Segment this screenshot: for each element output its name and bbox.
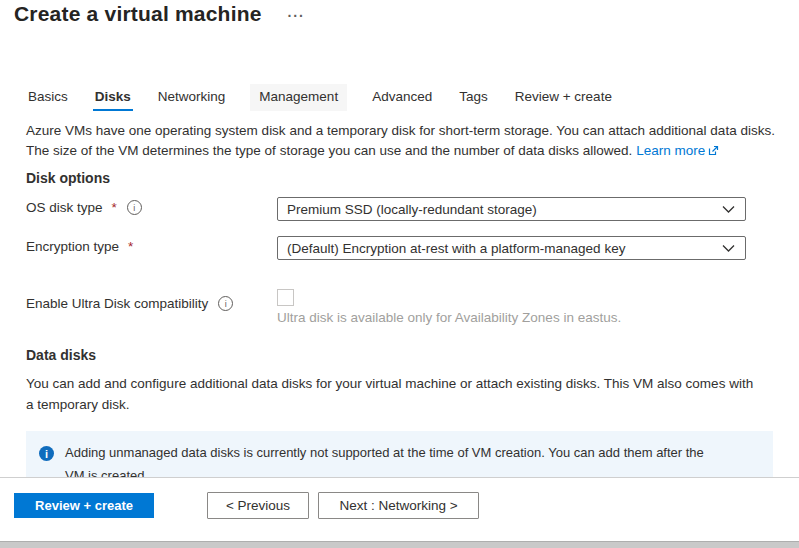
tab-bar: BasicsDisksNetworkingManagementAdvancedT… bbox=[26, 84, 614, 111]
external-link-icon bbox=[708, 142, 719, 162]
ultra-disk-helper-text: Ultra disk is available only for Availab… bbox=[277, 310, 621, 325]
intro-text: Azure VMs have one operating system disk… bbox=[26, 121, 778, 163]
os-disk-type-dropdown[interactable]: Premium SSD (locally-redundant storage) bbox=[277, 197, 746, 221]
create-vm-page: Create a virtual machine ··· BasicsDisks… bbox=[0, 0, 799, 548]
footer-bar: Review + create < Previous Next : Networ… bbox=[0, 478, 799, 541]
next-networking-button[interactable]: Next : Networking > bbox=[318, 492, 479, 519]
encryption-type-dropdown[interactable]: (Default) Encryption at-rest with a plat… bbox=[277, 236, 746, 260]
tab-management[interactable]: Management bbox=[250, 84, 347, 111]
page-header: Create a virtual machine ··· bbox=[14, 2, 305, 26]
page-title: Create a virtual machine bbox=[14, 2, 262, 26]
required-marker: * bbox=[128, 239, 133, 254]
encryption-type-label: Encryption type* bbox=[26, 239, 133, 254]
chevron-down-icon bbox=[722, 205, 735, 214]
ultra-disk-checkbox[interactable] bbox=[277, 289, 294, 306]
encryption-type-value: (Default) Encryption at-rest with a plat… bbox=[287, 241, 625, 256]
info-banner: i Adding unmanaged data disks is current… bbox=[26, 431, 773, 477]
info-icon: i bbox=[39, 446, 54, 461]
tab-review-create[interactable]: Review + create bbox=[513, 84, 614, 111]
disk-options-heading: Disk options bbox=[26, 170, 110, 186]
chevron-down-icon bbox=[722, 244, 735, 253]
tab-tags[interactable]: Tags bbox=[457, 84, 490, 111]
info-icon[interactable]: i bbox=[218, 296, 233, 311]
bottom-bar bbox=[0, 541, 799, 548]
tab-advanced[interactable]: Advanced bbox=[370, 84, 434, 111]
learn-more-link[interactable]: Learn more bbox=[636, 143, 719, 158]
required-marker: * bbox=[112, 200, 117, 215]
more-options-icon[interactable]: ··· bbox=[288, 8, 305, 24]
review-create-button[interactable]: Review + create bbox=[14, 493, 154, 518]
data-disks-heading: Data disks bbox=[26, 347, 96, 363]
tab-basics[interactable]: Basics bbox=[26, 84, 70, 111]
ultra-disk-label: Enable Ultra Disk compatibility i bbox=[26, 296, 233, 311]
os-disk-type-value: Premium SSD (locally-redundant storage) bbox=[287, 202, 537, 217]
info-icon[interactable]: i bbox=[127, 200, 142, 215]
previous-button[interactable]: < Previous bbox=[207, 492, 309, 519]
tab-disks[interactable]: Disks bbox=[93, 84, 133, 111]
os-disk-type-label: OS disk type* i bbox=[26, 200, 142, 215]
tab-networking[interactable]: Networking bbox=[156, 84, 228, 111]
info-banner-text: Adding unmanaged data disks is currently… bbox=[65, 441, 721, 477]
data-disks-description: You can add and configure additional dat… bbox=[26, 374, 754, 416]
